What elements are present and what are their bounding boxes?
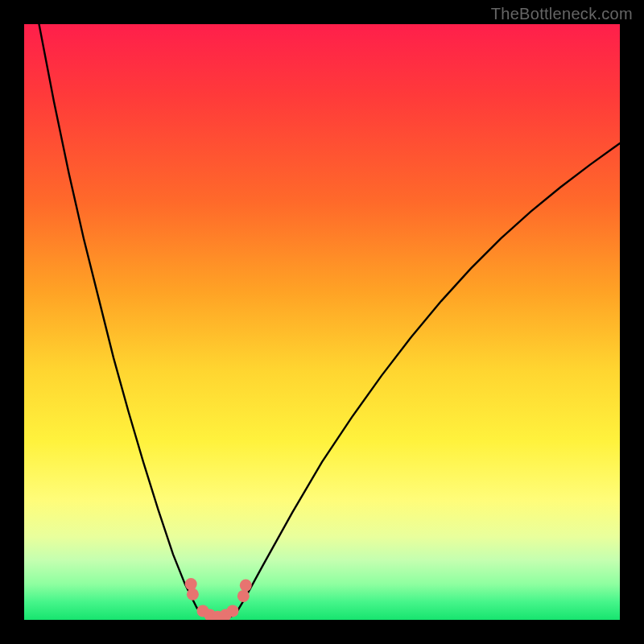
curve-left-branch: [39, 24, 204, 614]
chart-svg: [24, 24, 620, 620]
trough-marker: [240, 580, 252, 592]
trough-marker: [187, 588, 199, 601]
plot-area: [24, 24, 620, 620]
trough-markers: [185, 578, 252, 620]
trough-marker: [237, 590, 250, 602]
watermark-text: TheBottleneck.com: [491, 5, 633, 23]
trough-marker: [185, 578, 197, 590]
chart-frame: TheBottleneck.com: [0, 0, 644, 644]
curve-right-branch: [236, 143, 620, 614]
trough-marker: [227, 605, 239, 617]
